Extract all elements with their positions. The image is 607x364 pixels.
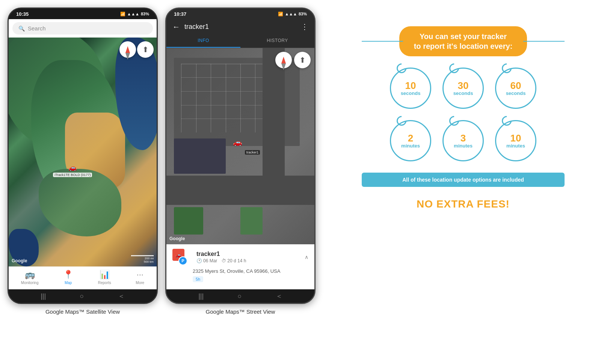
parking-map: ⬆ 🚗 tracker1 Google — [166, 48, 314, 244]
tab-bar: INFO HISTORY — [166, 34, 314, 48]
search-bar-container[interactable]: 🔍 Search — [9, 19, 157, 38]
building-main — [174, 138, 226, 174]
left-phone-frame: 10:35 📶 ▲▲▲ 83% 🔍 Search — [8, 8, 158, 304]
right-home-button[interactable]: ○ — [238, 292, 242, 300]
tab-info-label: INFO — [198, 38, 209, 43]
tracker-date: 06 Mar — [203, 258, 217, 263]
tracker-address: 2325 Myers St, Oroville, CA 95966, USA — [193, 268, 308, 274]
parking-vline-3 — [211, 64, 211, 132]
left-status-time: 10:35 — [16, 11, 29, 17]
circle-10-seconds: 10 seconds — [390, 68, 431, 109]
scale-200mi: 200 mi — [145, 257, 154, 260]
circle-3-minutes: 3 minutes — [442, 120, 484, 161]
left-status-bar: 10:35 📶 ▲▲▲ 83% — [9, 9, 157, 19]
detail-navigate-button[interactable]: ⬆ — [294, 52, 311, 68]
circle-60-seconds: 60 seconds — [495, 68, 536, 109]
tracker-pin[interactable]: 🚗 iTrack1TE BOLD (0177) — [53, 164, 92, 177]
google-watermark-left: Google — [12, 258, 27, 263]
circle-30-seconds: 30 seconds — [442, 68, 484, 109]
nav-monitoring[interactable]: 🚌 Monitoring — [21, 270, 39, 285]
compass-button[interactable] — [119, 41, 136, 58]
tab-info[interactable]: INFO — [166, 34, 240, 48]
navigate-button[interactable]: ⬆ — [137, 41, 154, 58]
circle-3-unit: minutes — [454, 143, 473, 149]
duration-badge: 5h — [193, 276, 203, 282]
search-input[interactable]: Search — [28, 25, 46, 32]
more-options-button[interactable]: ⋮ — [301, 22, 308, 31]
back-button[interactable]: ＜ — [118, 292, 125, 301]
road-horizontal — [166, 176, 314, 205]
green-area-2 — [240, 207, 263, 235]
nav-reports-label: Reports — [98, 281, 111, 285]
clock-icon: 🕐 — [196, 258, 202, 263]
included-text: All of these location update options are… — [402, 177, 524, 183]
satellite-map-area[interactable]: ⬆ 🚗 iTrack1TE BOLD (0177) Google 200 mi … — [9, 38, 157, 266]
circles-row-bottom: 2 minutes 3 minutes 10 minutes — [390, 120, 536, 161]
tracker-name-info: tracker1 🕐 06 Mar ⏱ 20 d 14 h — [196, 251, 301, 263]
tracker-avatar-container: 🚗 P — [172, 249, 193, 265]
tracker-pin-label: tracker1 — [245, 150, 260, 155]
nav-map[interactable]: 📍 Map — [63, 270, 73, 285]
green-area-1 — [174, 207, 204, 235]
right-status-icons: 📶 ▲▲▲ 83% — [278, 12, 307, 17]
tracker-info-panel: 🚗 P tracker1 🕐 06 Mar ⏱ 20 d 14 h — [166, 244, 314, 289]
tracker-car-pin[interactable]: 🚗 — [233, 138, 242, 147]
right-status-bar: 10:37 📶 ▲▲▲ 83% — [166, 9, 314, 19]
road-vertical — [263, 48, 285, 205]
detail-compass-button[interactable] — [275, 52, 292, 68]
parking-vline-2 — [196, 64, 196, 132]
circle-2-minutes: 2 minutes — [390, 120, 431, 161]
circle-10-minutes: 10 minutes — [495, 120, 536, 161]
timer-icon: ⏱ — [222, 258, 226, 263]
circle-60-unit: seconds — [506, 90, 526, 96]
tracker-date-item: 🕐 06 Mar — [196, 258, 217, 263]
car-icon: 🚗 — [68, 164, 77, 172]
satellite-map: ⬆ 🚗 iTrack1TE BOLD (0177) Google 200 mi … — [9, 38, 157, 266]
included-banner: All of these location update options are… — [362, 173, 565, 187]
battery-icon: 83% — [141, 12, 149, 16]
navigate-icon: ⬆ — [142, 45, 149, 54]
circles-row-top: 10 seconds 30 seconds 60 seconds — [390, 68, 536, 109]
circle-30-unit: seconds — [453, 90, 473, 96]
tracker-meta: 🕐 06 Mar ⏱ 20 d 14 h — [196, 258, 301, 263]
circle-60-number: 60 — [510, 81, 521, 90]
banner-text-line1: You can set your tracker — [411, 32, 516, 41]
right-phone-frame: 10:37 📶 ▲▲▲ 83% ← tracker1 ⋮ INFO HISTOR… — [165, 8, 316, 304]
scale-bar: 200 mi 500 km — [131, 255, 154, 263]
compass-needle-icon — [125, 46, 130, 53]
pin-label: iTrack1TE BOLD (0177) — [53, 173, 92, 177]
bottom-nav: 🚌 Monitoring 📍 Map 📊 Reports ··· More — [9, 266, 157, 289]
tracker-title: tracker1 — [184, 23, 296, 31]
land-mass-south — [39, 169, 121, 236]
right-battery-icon: 83% — [299, 12, 307, 16]
google-watermark-right: Google — [169, 236, 185, 241]
home-button[interactable]: ○ — [80, 292, 84, 300]
reports-icon: 📊 — [100, 270, 110, 280]
search-bar[interactable]: 🔍 Search — [12, 22, 153, 35]
no-fees-text: NO EXTRA FEES! — [417, 198, 510, 210]
nav-reports[interactable]: 📊 Reports — [98, 270, 111, 285]
right-recents-button[interactable]: ||| — [198, 292, 204, 300]
tab-history-label: HISTORY — [267, 38, 288, 43]
detail-map-area[interactable]: ⬆ 🚗 tracker1 Google — [166, 48, 314, 244]
tab-history[interactable]: HISTORY — [240, 34, 314, 48]
nav-more[interactable]: ··· More — [136, 270, 144, 285]
detail-navigate-icon: ⬆ — [299, 56, 306, 65]
search-icon: 🔍 — [18, 26, 25, 32]
nav-monitoring-label: Monitoring — [21, 281, 39, 285]
back-button-right[interactable]: ← — [172, 23, 180, 31]
tracker-header: ← tracker1 ⋮ — [166, 19, 314, 34]
orange-banner: You can set your tracker to report it's … — [399, 26, 527, 56]
info-panel: You can set your tracker to report it's … — [319, 0, 607, 236]
right-back-button[interactable]: ＜ — [276, 292, 282, 301]
right-home-indicator: ||| ○ ＜ — [166, 289, 314, 303]
circle-30-number: 30 — [458, 81, 469, 90]
expand-button[interactable]: ∧ — [305, 254, 308, 260]
nav-map-label: Map — [65, 281, 72, 285]
left-phone-container: 10:35 📶 ▲▲▲ 83% 🔍 Search — [0, 0, 162, 319]
more-icon: ··· — [137, 270, 143, 280]
recents-button[interactable]: ||| — [41, 292, 46, 300]
tracker-avatar-badge: P — [178, 256, 187, 265]
right-caption: Google Maps™ Street View — [206, 308, 275, 315]
circle-2-number: 2 — [408, 133, 413, 143]
